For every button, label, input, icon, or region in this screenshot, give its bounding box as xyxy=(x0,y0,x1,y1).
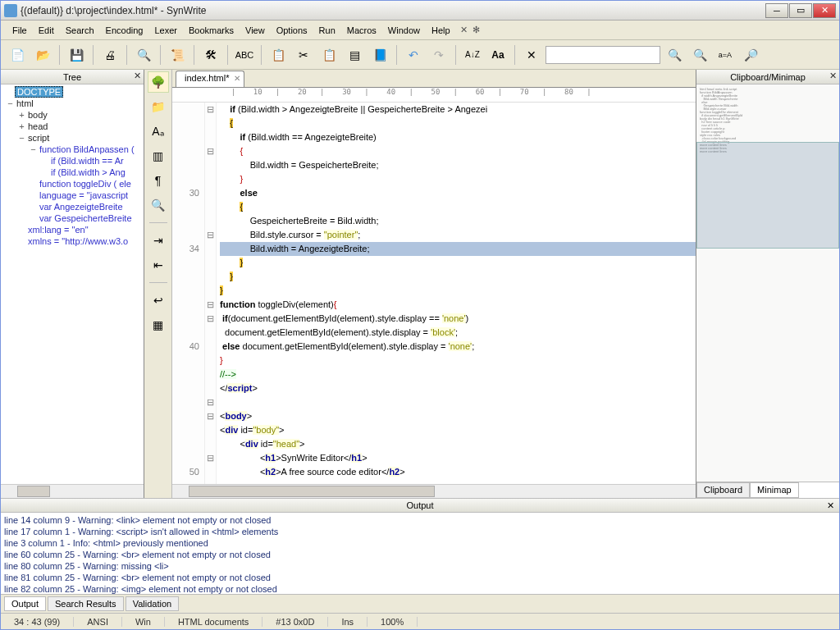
output-close-icon[interactable]: ✕ xyxy=(827,500,834,511)
maximize-button[interactable]: ▭ xyxy=(789,3,812,18)
tree-item[interactable]: −function BildAnpassen ( xyxy=(2,144,142,155)
script-button[interactable]: 📜 xyxy=(166,43,189,66)
output-line[interactable]: line 3 column 1 - Info: <html> previousl… xyxy=(4,537,836,549)
open-file-button[interactable]: 📂 xyxy=(31,43,54,66)
minimap-viewport[interactable] xyxy=(696,142,839,249)
menu-macros[interactable]: Macros xyxy=(342,23,381,38)
minimap-tab[interactable]: Minimap xyxy=(750,482,799,498)
editor-hscroll[interactable] xyxy=(172,484,696,498)
tree-item[interactable]: language = "javascript xyxy=(2,189,142,201)
close-button[interactable]: ✕ xyxy=(813,3,836,18)
tree-hscroll[interactable] xyxy=(1,484,144,498)
tree-item[interactable]: DOCTYPE xyxy=(2,86,142,98)
tab-label: index.html* xyxy=(185,73,229,83)
status-encoding: ANSI xyxy=(74,617,122,627)
new-file-button[interactable]: 📄 xyxy=(6,43,29,66)
sort-button[interactable]: A↓Z xyxy=(461,43,484,66)
menu-encoding[interactable]: Encoding xyxy=(101,23,148,38)
output-line[interactable]: line 14 column 9 - Warning: <link> eleme… xyxy=(4,514,836,526)
output-tab[interactable]: Output xyxy=(4,596,46,611)
cut-button[interactable]: ✂ xyxy=(292,43,315,66)
tab-close-icon[interactable]: ✕ xyxy=(234,74,240,83)
minimap[interactable]: html head meta link script function Bild… xyxy=(696,84,839,482)
find-button[interactable]: 🔍 xyxy=(132,43,155,66)
tree-item[interactable]: +body xyxy=(2,109,142,121)
tree-icon[interactable]: 🌳 xyxy=(148,71,169,93)
tree-title: Tree xyxy=(63,72,81,82)
tree-item[interactable]: function toggleDiv ( ele xyxy=(2,178,142,189)
tools-button[interactable]: 🛠 xyxy=(199,43,222,66)
menu-edit[interactable]: Edit xyxy=(34,23,59,38)
menu-run[interactable]: Run xyxy=(314,23,340,38)
search-results-tab[interactable]: Search Results xyxy=(48,596,124,611)
output-line[interactable]: line 82 column 25 - Warning: <img> eleme… xyxy=(4,583,836,595)
tree-item[interactable]: −script xyxy=(2,132,142,144)
print-button[interactable]: 🖨 xyxy=(98,43,121,66)
output-line[interactable]: line 80 column 25 - Warning: missing <li… xyxy=(4,560,836,572)
doc-button[interactable]: 📘 xyxy=(368,43,391,66)
menu-file[interactable]: File xyxy=(7,23,32,38)
tree-item[interactable]: xml:lang = "en" xyxy=(2,224,142,235)
search-input[interactable] xyxy=(546,46,660,64)
search-icon[interactable]: 🔍 xyxy=(148,194,169,216)
spell-button[interactable]: ABC xyxy=(233,43,256,66)
tree-view[interactable]: DOCTYPE−html+body+head−script−function B… xyxy=(1,84,144,484)
tree-close-icon[interactable]: ✕ xyxy=(134,71,141,81)
output-line[interactable]: line 81 column 25 - Warning: <br> elemen… xyxy=(4,572,836,583)
status-char: #13 0x0D xyxy=(262,617,328,627)
tree-item[interactable]: xmlns = "http://www.w3.o xyxy=(2,235,142,247)
output-header: Output ✕ xyxy=(1,498,839,513)
find-next-button[interactable]: 🔍 xyxy=(663,43,686,66)
output-title: Output xyxy=(406,500,433,510)
case-button[interactable]: Aa xyxy=(486,43,509,66)
match-case-button[interactable]: a=A xyxy=(714,43,737,66)
tree-item[interactable]: if (Bild.width > Ang xyxy=(2,167,142,178)
menu-search[interactable]: Search xyxy=(61,23,99,38)
pilcrow-icon[interactable]: ¶ xyxy=(148,170,169,191)
wrap-icon[interactable]: ↩ xyxy=(148,290,169,311)
menu-window[interactable]: Window xyxy=(383,23,425,38)
project-icon[interactable]: 📁 xyxy=(148,96,169,117)
select-button[interactable]: ▤ xyxy=(343,43,366,66)
undo-button[interactable]: ↶ xyxy=(402,43,425,66)
paste-button[interactable]: 📋 xyxy=(317,43,340,66)
toolbar: 📄 📂 💾 🖨 🔍 📜 🛠 ABC 📋 ✂ 📋 ▤ 📘 ↶ ↷ A↓Z Aa ✕… xyxy=(1,40,839,70)
clear-button[interactable]: ✕ xyxy=(520,43,543,66)
side-toolbar: 🌳 📁 Aₐ ▥ ¶ 🔍 ⇥ ⇤ ↩ ▦ xyxy=(144,70,172,498)
statusbar: 34 : 43 (99) ANSI Win HTML documents #13… xyxy=(1,613,839,629)
outdent-icon[interactable]: ⇤ xyxy=(148,254,169,276)
menu-options[interactable]: Options xyxy=(272,23,313,38)
indent-icon[interactable]: ⇥ xyxy=(148,230,169,251)
minimap-close-icon[interactable]: ✕ xyxy=(829,71,837,81)
font-icon[interactable]: Aₐ xyxy=(148,121,169,142)
menu-lexer[interactable]: Lexer xyxy=(149,23,182,38)
menu-extra-icon[interactable]: ✻ xyxy=(472,25,480,35)
copy-button[interactable]: 📋 xyxy=(267,43,290,66)
grid-icon[interactable]: ▦ xyxy=(148,314,169,336)
menu-close-icon[interactable]: ✕ xyxy=(460,25,468,35)
redo-button[interactable]: ↷ xyxy=(427,43,450,66)
editor-tabbar: index.html* ✕ xyxy=(172,70,696,88)
save-button[interactable]: 💾 xyxy=(65,43,88,66)
output-line[interactable]: line 17 column 1 - Warning: <script> isn… xyxy=(4,526,836,537)
columns-icon[interactable]: ▥ xyxy=(148,145,169,167)
output-panel[interactable]: line 14 column 9 - Warning: <link> eleme… xyxy=(1,513,839,595)
menu-help[interactable]: Help xyxy=(427,23,455,38)
clipboard-tab[interactable]: Clipboard xyxy=(696,482,750,498)
find-all-button[interactable]: 🔎 xyxy=(739,43,762,66)
tab-index-html[interactable]: index.html* ✕ xyxy=(176,71,244,87)
find-prev-button[interactable]: 🔍 xyxy=(688,43,711,66)
status-zoom: 100% xyxy=(368,617,418,627)
tree-item[interactable]: +head xyxy=(2,121,142,132)
tree-item[interactable]: var GespeicherteBreite xyxy=(2,212,142,224)
tree-item[interactable]: if (Bild.width == Ar xyxy=(2,155,142,167)
status-lexer: HTML documents xyxy=(165,617,262,627)
validation-tab[interactable]: Validation xyxy=(126,596,180,611)
tree-item[interactable]: var AngezeigteBreite xyxy=(2,201,142,212)
tree-item[interactable]: −html xyxy=(2,98,142,109)
minimize-button[interactable]: ─ xyxy=(765,3,788,18)
output-line[interactable]: line 60 column 25 - Warning: <br> elemen… xyxy=(4,549,836,560)
menu-view[interactable]: View xyxy=(240,23,270,38)
editor-area[interactable]: 30344050 ⊟⊟⊟⊟⊟⊟⊟⊟ if (Bild.width > Angez… xyxy=(172,103,696,484)
menu-bookmarks[interactable]: Bookmarks xyxy=(184,23,239,38)
